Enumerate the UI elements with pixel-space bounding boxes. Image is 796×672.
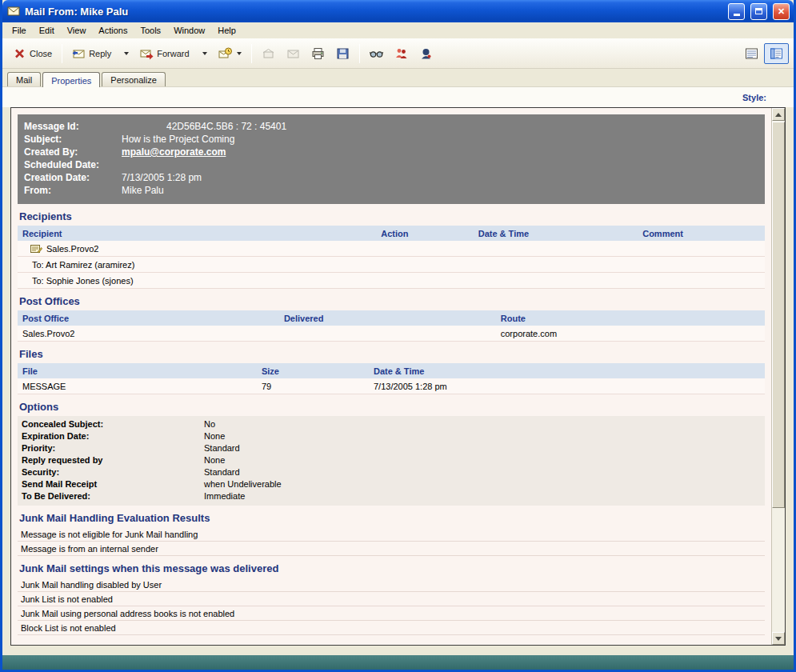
- address-book-button[interactable]: [414, 43, 438, 64]
- floppy-disk-icon: [336, 47, 350, 60]
- recipient-name: To: Art Ramirez (aramirez): [32, 260, 134, 270]
- forward-button-label: Forward: [157, 49, 189, 58]
- menu-tools[interactable]: Tools: [134, 24, 167, 37]
- style-label: Style:: [742, 93, 766, 102]
- next-item-button[interactable]: [281, 43, 306, 64]
- tab-personalize[interactable]: Personalize: [102, 72, 165, 86]
- recipient-comment: [638, 257, 765, 272]
- field-value: How is the Project Coming: [122, 133, 234, 146]
- close-icon: ✕: [778, 6, 785, 17]
- post-office-name: Sales.Provo2: [18, 326, 279, 341]
- chevron-down-icon: [202, 52, 207, 55]
- created-by-link[interactable]: mpalu@corporate.com: [122, 146, 226, 158]
- restore-icon: [755, 8, 762, 14]
- column-recipient: Recipient: [18, 226, 376, 241]
- scrollbar-thumb[interactable]: [772, 122, 785, 508]
- envelope-clock-icon: [218, 47, 232, 60]
- arrow-down-icon: [775, 637, 782, 641]
- reply-dropdown-button[interactable]: [117, 48, 134, 59]
- toolbar-separator: [251, 44, 252, 63]
- close-button[interactable]: Close: [7, 43, 58, 64]
- arrow-up-icon: [775, 113, 782, 117]
- read-later-button[interactable]: [364, 43, 389, 64]
- option-row: Priority: Standard: [18, 442, 765, 454]
- advanced-properties-view-button[interactable]: [764, 43, 789, 64]
- vertical-scrollbar[interactable]: [771, 108, 785, 645]
- window-title: Mail From: Mike Palu: [25, 6, 722, 18]
- junk-settings-row: Block List is not enabled: [18, 621, 765, 635]
- close-window-button[interactable]: ✕: [773, 3, 790, 20]
- sealed-envelope-icon: [286, 47, 300, 60]
- mail-window-icon: [7, 5, 21, 18]
- delay-delivery-button[interactable]: [213, 43, 247, 64]
- scroll-down-button[interactable]: [772, 632, 785, 645]
- table-row[interactable]: Sales.Provo2 corporate.com: [18, 326, 765, 342]
- scroll-up-button[interactable]: [772, 108, 785, 121]
- option-value: Immediate: [204, 490, 245, 502]
- tab-properties[interactable]: Properties: [42, 72, 100, 87]
- option-row: Reply requested by None: [18, 454, 765, 466]
- tab-mail[interactable]: Mail: [7, 72, 41, 86]
- junk-eval-section-title: Junk Mail Handling Evaluation Results: [18, 506, 765, 527]
- tab-bar: Mail Properties Personalize: [2, 69, 794, 86]
- field-value: 7/13/2005 1:28 pm: [122, 171, 202, 184]
- option-row: Send Mail Receipt when Undeliverable: [18, 478, 765, 490]
- option-value: Standard: [204, 466, 240, 478]
- junk-settings-section-title: Junk Mail settings when this message was…: [18, 556, 765, 578]
- option-label: Reply requested by: [18, 454, 204, 466]
- restore-button[interactable]: [750, 3, 767, 20]
- junk-eval-row: Message is from an internal sender: [18, 542, 765, 556]
- field-label: Subject:: [24, 133, 122, 146]
- minimize-button[interactable]: [728, 3, 745, 20]
- recipient-datetime: [474, 241, 638, 256]
- table-row[interactable]: MESSAGE 79 7/13/2005 1:28 pm: [18, 378, 765, 394]
- option-row: Expiration Date: None: [18, 430, 765, 442]
- message-header-block: Message Id: 42D56B4C.5B6 : 72 : 45401 Su…: [18, 114, 765, 204]
- menu-edit[interactable]: Edit: [33, 24, 61, 37]
- busy-search-button[interactable]: [389, 43, 414, 64]
- option-row: Security: Standard: [18, 466, 765, 478]
- style-bar: Style:: [2, 86, 794, 107]
- forward-button[interactable]: Forward: [134, 43, 194, 64]
- column-post-office: Post Office: [18, 310, 279, 326]
- option-label: Send Mail Receipt: [18, 478, 204, 490]
- file-name: MESSAGE: [18, 378, 257, 394]
- forward-dropdown-button[interactable]: [195, 48, 213, 59]
- post-offices-section-title: Post Offices: [18, 289, 765, 310]
- print-button[interactable]: [306, 43, 330, 64]
- basic-properties-view-button[interactable]: [739, 43, 764, 64]
- save-button[interactable]: [330, 43, 355, 64]
- menu-view[interactable]: View: [61, 24, 93, 37]
- menu-actions[interactable]: Actions: [92, 24, 134, 37]
- recipient-action: [376, 273, 473, 288]
- recipients-section-title: Recipients: [18, 204, 765, 226]
- menu-help[interactable]: Help: [211, 24, 242, 37]
- field-subject: Subject: How is the Project Coming: [24, 133, 765, 146]
- column-comment: Comment: [638, 226, 765, 241]
- open-envelope-icon: [262, 47, 275, 60]
- reply-button-label: Reply: [89, 49, 111, 58]
- column-date-time: Date & Time: [369, 363, 765, 378]
- menu-file[interactable]: File: [6, 24, 33, 37]
- table-row[interactable]: To: Art Ramirez (aramirez): [18, 257, 765, 273]
- menu-window[interactable]: Window: [167, 24, 211, 37]
- recipient-comment: [638, 241, 765, 256]
- close-x-icon: [13, 47, 26, 60]
- reply-button[interactable]: Reply: [66, 43, 117, 64]
- groupwise-mail-window: Mail From: Mike Palu ✕ File Edit View Ac…: [0, 0, 796, 672]
- table-row[interactable]: To: Sophie Jones (sjones): [18, 273, 765, 289]
- junk-settings-row: Junk List is not enabled: [18, 592, 765, 606]
- option-value: None: [204, 454, 225, 466]
- table-row[interactable]: Sales.Provo2: [18, 241, 765, 257]
- file-size: 79: [257, 378, 369, 394]
- option-row: Concealed Subject: No: [18, 418, 765, 430]
- field-creation-date: Creation Date: 7/13/2005 1:28 pm: [24, 171, 765, 184]
- file-datetime: 7/13/2005 1:28 pm: [369, 378, 765, 394]
- field-label: Creation Date:: [24, 171, 122, 184]
- option-value: Standard: [204, 442, 240, 454]
- previous-item-button[interactable]: [256, 43, 281, 64]
- option-value: None: [204, 430, 225, 442]
- junk-eval-row: Message is not eligible for Junk Mail ha…: [18, 527, 765, 542]
- toolbar: Close Reply Forward: [2, 38, 794, 69]
- recipient-action: [376, 241, 473, 256]
